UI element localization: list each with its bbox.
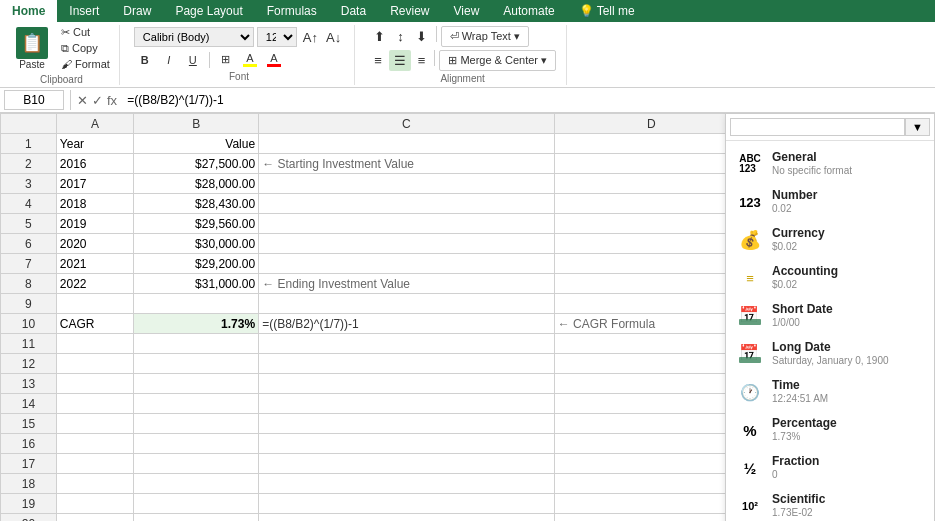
formula-input[interactable] [123, 91, 931, 109]
cell-b10[interactable]: 1.73% [134, 314, 259, 334]
cell-b8[interactable]: $31,000.00 [134, 274, 259, 294]
increase-font-button[interactable]: A↑ [300, 29, 321, 46]
cell-b12[interactable] [134, 354, 259, 374]
format-item-fraction[interactable]: ½ Fraction 0 [726, 449, 934, 487]
cell-b11[interactable] [134, 334, 259, 354]
format-item-number[interactable]: 123 Number 0.02 [726, 183, 934, 221]
cell-b17[interactable] [134, 454, 259, 474]
dropdown-search-input[interactable] [730, 118, 905, 136]
cell-c15[interactable] [259, 414, 555, 434]
underline-button[interactable]: U [182, 52, 204, 68]
tab-tell-me[interactable]: 💡 Tell me [567, 0, 647, 22]
col-header-a[interactable]: A [56, 114, 134, 134]
cell-b9[interactable] [134, 294, 259, 314]
tab-formulas[interactable]: Formulas [255, 0, 329, 22]
cell-d4[interactable] [554, 194, 748, 214]
tab-home[interactable]: Home [0, 0, 57, 22]
cell-a5[interactable]: 2019 [56, 214, 134, 234]
dropdown-search-button[interactable]: ▼ [905, 118, 930, 136]
cell-c20[interactable] [259, 514, 555, 522]
cell-a18[interactable] [56, 474, 134, 494]
align-left-button[interactable]: ≡ [369, 50, 387, 71]
borders-button[interactable]: ⊞ [215, 51, 237, 68]
cell-c9[interactable] [259, 294, 555, 314]
cell-c4[interactable] [259, 194, 555, 214]
cell-a19[interactable] [56, 494, 134, 514]
align-bottom-button[interactable]: ⬇ [411, 26, 432, 47]
format-item-percentage[interactable]: % Percentage 1.73% [726, 411, 934, 449]
cell-a20[interactable] [56, 514, 134, 522]
align-top-button[interactable]: ⬆ [369, 26, 390, 47]
cell-a17[interactable] [56, 454, 134, 474]
cell-b19[interactable] [134, 494, 259, 514]
font-name-select[interactable]: Calibri (Body) [134, 27, 254, 47]
format-item-scientific[interactable]: 10² Scientific 1.73E-02 [726, 487, 934, 521]
tab-review[interactable]: Review [378, 0, 441, 22]
cell-d18[interactable] [554, 474, 748, 494]
cell-c8[interactable]: ← Ending Investment Value [259, 274, 555, 294]
cell-b16[interactable] [134, 434, 259, 454]
cell-d11[interactable] [554, 334, 748, 354]
cell-d8[interactable] [554, 274, 748, 294]
format-item-long_date[interactable]: 📅 Long Date Saturday, January 0, 1900 [726, 335, 934, 373]
cut-button[interactable]: ✂ Cut [58, 25, 113, 40]
cell-b20[interactable] [134, 514, 259, 522]
cell-a4[interactable]: 2018 [56, 194, 134, 214]
cell-c16[interactable] [259, 434, 555, 454]
cell-a11[interactable] [56, 334, 134, 354]
cell-c19[interactable] [259, 494, 555, 514]
format-item-general[interactable]: ABC123 General No specific format [726, 145, 934, 183]
format-item-short_date[interactable]: 📅 Short Date 1/0/00 [726, 297, 934, 335]
format-item-accounting[interactable]: ≡ Accounting $0.02 [726, 259, 934, 297]
cell-c3[interactable] [259, 174, 555, 194]
cell-d14[interactable] [554, 394, 748, 414]
cell-d5[interactable] [554, 214, 748, 234]
cell-d6[interactable] [554, 234, 748, 254]
cell-d9[interactable] [554, 294, 748, 314]
cell-d13[interactable] [554, 374, 748, 394]
cell-a15[interactable] [56, 414, 134, 434]
tab-insert[interactable]: Insert [57, 0, 111, 22]
cell-c18[interactable] [259, 474, 555, 494]
align-middle-button[interactable]: ↕ [392, 26, 409, 47]
wrap-text-button[interactable]: ⏎ Wrap Text ▾ [441, 26, 529, 47]
decrease-font-button[interactable]: A↓ [323, 29, 344, 46]
insert-function-icon[interactable]: fx [107, 93, 117, 108]
cell-b15[interactable] [134, 414, 259, 434]
italic-button[interactable]: I [158, 52, 180, 68]
cell-d17[interactable] [554, 454, 748, 474]
cell-d19[interactable] [554, 494, 748, 514]
cell-d1[interactable] [554, 134, 748, 154]
cell-b1[interactable]: Value [134, 134, 259, 154]
cell-c17[interactable] [259, 454, 555, 474]
confirm-formula-icon[interactable]: ✓ [92, 93, 103, 108]
cell-a8[interactable]: 2022 [56, 274, 134, 294]
cell-reference-input[interactable] [4, 90, 64, 110]
cell-d20[interactable] [554, 514, 748, 522]
cell-d10[interactable]: ← CAGR Formula [554, 314, 748, 334]
col-header-d[interactable]: D [554, 114, 748, 134]
cell-d7[interactable] [554, 254, 748, 274]
format-item-currency[interactable]: 💰 Currency $0.02 [726, 221, 934, 259]
font-color-button[interactable]: A [263, 50, 285, 69]
cell-c1[interactable] [259, 134, 555, 154]
tab-view[interactable]: View [442, 0, 492, 22]
cell-b5[interactable]: $29,560.00 [134, 214, 259, 234]
cell-a6[interactable]: 2020 [56, 234, 134, 254]
cell-c12[interactable] [259, 354, 555, 374]
cell-a12[interactable] [56, 354, 134, 374]
cell-b13[interactable] [134, 374, 259, 394]
cell-d2[interactable] [554, 154, 748, 174]
align-center-button[interactable]: ☰ [389, 50, 411, 71]
cell-c2[interactable]: ← Starting Investment Value [259, 154, 555, 174]
cell-c11[interactable] [259, 334, 555, 354]
cell-a10[interactable]: CAGR [56, 314, 134, 334]
cell-a1[interactable]: Year [56, 134, 134, 154]
font-size-select[interactable]: 12 [257, 27, 297, 47]
cell-b14[interactable] [134, 394, 259, 414]
format-item-time[interactable]: 🕐 Time 12:24:51 AM [726, 373, 934, 411]
cell-b18[interactable] [134, 474, 259, 494]
cell-b7[interactable]: $29,200.00 [134, 254, 259, 274]
cell-c6[interactable] [259, 234, 555, 254]
cell-b6[interactable]: $30,000.00 [134, 234, 259, 254]
